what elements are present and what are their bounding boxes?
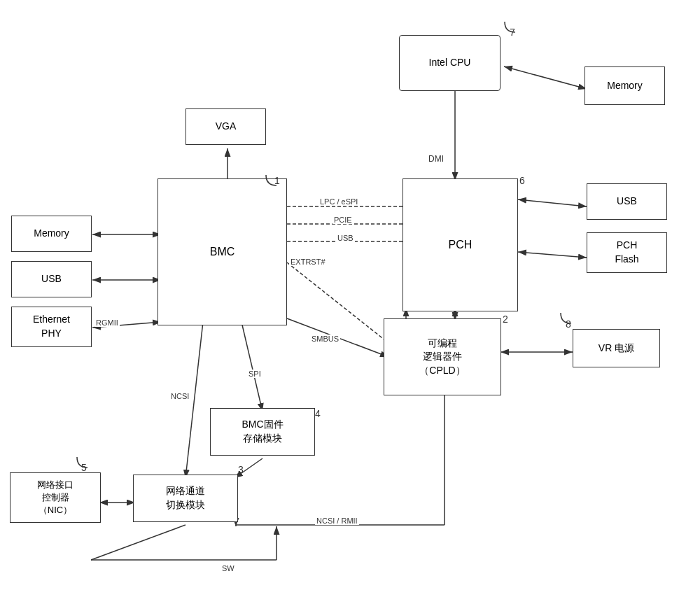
bracket-1	[262, 171, 280, 189]
vr-box: VR 电源	[573, 329, 660, 367]
bmc-firmware-label: BMC固件 存储模块	[241, 418, 283, 445]
svg-line-18	[287, 262, 388, 343]
nic-label: 网络接口 控制器 （NIC）	[37, 479, 74, 517]
svg-line-4	[504, 66, 587, 89]
ncsi-rmii-label: NCSI / RMII	[315, 517, 359, 525]
eth-phy-box: Ethernet PHY	[11, 307, 92, 347]
sw-label: SW	[220, 564, 236, 573]
usb-sig-label: USB	[336, 234, 355, 242]
intel-cpu-box: Intel CPU	[399, 35, 500, 91]
extrst-label: EXTRST#	[289, 258, 327, 266]
usb-left-label: USB	[41, 272, 62, 286]
diagram: Intel CPU Memory VGA BMC PCH USB PCH Fla…	[0, 0, 700, 604]
bmc-label: BMC	[210, 244, 235, 260]
bmc-firmware-box: BMC固件 存储模块	[210, 408, 315, 456]
svg-line-34	[91, 525, 186, 560]
num-6: 6	[519, 175, 525, 186]
svg-line-7	[518, 199, 587, 206]
memory-top-label: Memory	[607, 79, 643, 93]
vga-box: VGA	[186, 108, 266, 145]
usb-right-box: USB	[587, 183, 667, 220]
nic-box: 网络接口 控制器 （NIC）	[10, 472, 101, 523]
pcie-label: PCIE	[332, 216, 354, 224]
pch-box: PCH	[402, 178, 518, 311]
usb-left-box: USB	[11, 261, 92, 297]
network-switch-box: 网络通道 切换模块	[133, 475, 238, 522]
vr-label: VR 电源	[598, 342, 634, 356]
memory-top-box: Memory	[584, 66, 665, 105]
num-3: 3	[238, 464, 244, 475]
rgmii-label: RGMII	[94, 318, 120, 327]
svg-line-8	[518, 252, 587, 258]
vga-label: VGA	[216, 120, 237, 134]
ncsi-label: NCSI	[169, 392, 190, 400]
lpc-label: LPC / eSPI	[318, 197, 359, 206]
cpld-label: 可编程 逻辑器件 （CPLD）	[419, 337, 465, 378]
bracket-5	[74, 454, 91, 471]
bracket-8	[557, 309, 575, 327]
pch-flash-box: PCH Flash	[587, 232, 667, 273]
spi-label: SPI	[247, 370, 262, 378]
bracket-7	[501, 18, 519, 36]
intel-cpu-label: Intel CPU	[429, 56, 471, 70]
pch-label: PCH	[449, 237, 472, 253]
memory-left-label: Memory	[34, 227, 69, 241]
network-switch-label: 网络通道 切换模块	[166, 484, 205, 512]
cpld-box: 可编程 逻辑器件 （CPLD）	[384, 318, 501, 395]
svg-line-27	[241, 322, 262, 412]
memory-left-box: Memory	[11, 216, 92, 252]
pch-flash-label: PCH Flash	[615, 239, 638, 266]
bmc-box: BMC	[158, 178, 287, 325]
num-2: 2	[503, 314, 508, 325]
usb-right-label: USB	[617, 195, 637, 209]
smbus-label: SMBUS	[310, 335, 340, 343]
dmi-label: DMI	[427, 154, 445, 164]
num-4: 4	[315, 408, 321, 419]
eth-phy-label: Ethernet PHY	[33, 313, 70, 340]
